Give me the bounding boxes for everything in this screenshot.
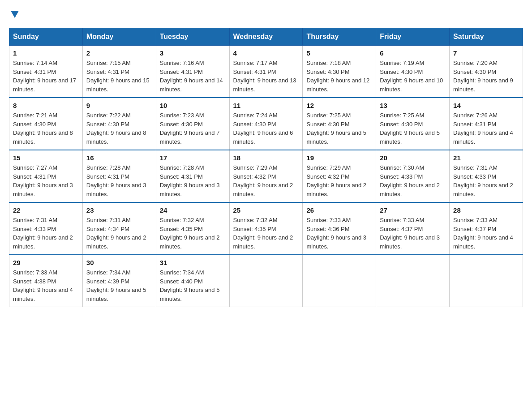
calendar-cell: 14Sunrise: 7:26 AMSunset: 4:31 PMDayligh…: [450, 98, 523, 150]
day-number: 29: [13, 259, 79, 266]
calendar-cell: 13Sunrise: 7:25 AMSunset: 4:30 PMDayligh…: [376, 98, 450, 150]
day-info: Sunrise: 7:31 AMSunset: 4:34 PMDaylight:…: [86, 216, 152, 251]
calendar-cell: [229, 255, 303, 307]
calendar-cell: 6Sunrise: 7:19 AMSunset: 4:30 PMDaylight…: [376, 46, 450, 98]
day-info: Sunrise: 7:34 AMSunset: 4:39 PMDaylight:…: [86, 268, 152, 303]
day-number: 12: [306, 102, 372, 109]
day-info: Sunrise: 7:16 AMSunset: 4:31 PMDaylight:…: [160, 59, 226, 94]
day-number: 3: [160, 49, 226, 57]
day-header-wednesday: Wednesday: [229, 28, 303, 46]
calendar-header-row: SundayMondayTuesdayWednesdayThursdayFrid…: [9, 28, 523, 46]
calendar-cell: 5Sunrise: 7:18 AMSunset: 4:30 PMDaylight…: [303, 46, 376, 98]
day-number: 23: [86, 206, 152, 214]
logo-triangle-icon: [10, 9, 20, 19]
calendar-cell: 7Sunrise: 7:20 AMSunset: 4:30 PMDaylight…: [450, 46, 523, 98]
day-info: Sunrise: 7:20 AMSunset: 4:30 PMDaylight:…: [453, 59, 519, 94]
day-info: Sunrise: 7:29 AMSunset: 4:32 PMDaylight:…: [233, 163, 299, 198]
day-number: 5: [306, 49, 372, 57]
day-info: Sunrise: 7:27 AMSunset: 4:31 PMDaylight:…: [13, 163, 79, 198]
calendar-cell: 24Sunrise: 7:32 AMSunset: 4:35 PMDayligh…: [156, 202, 229, 255]
calendar-cell: 25Sunrise: 7:32 AMSunset: 4:35 PMDayligh…: [229, 202, 303, 255]
day-info: Sunrise: 7:33 AMSunset: 4:37 PMDaylight:…: [380, 216, 446, 251]
day-number: 31: [160, 259, 226, 266]
calendar-cell: 2Sunrise: 7:15 AMSunset: 4:31 PMDaylight…: [82, 46, 156, 98]
day-header-monday: Monday: [82, 28, 156, 46]
day-number: 15: [13, 154, 79, 162]
calendar-week-row: 1Sunrise: 7:14 AMSunset: 4:31 PMDaylight…: [9, 46, 523, 98]
day-number: 21: [453, 154, 519, 162]
calendar-cell: 11Sunrise: 7:24 AMSunset: 4:30 PMDayligh…: [229, 98, 303, 150]
day-number: 16: [86, 154, 152, 162]
day-info: Sunrise: 7:31 AMSunset: 4:33 PMDaylight:…: [13, 216, 79, 251]
calendar-cell: 30Sunrise: 7:34 AMSunset: 4:39 PMDayligh…: [82, 255, 156, 307]
calendar-week-row: 29Sunrise: 7:33 AMSunset: 4:38 PMDayligh…: [9, 255, 523, 307]
day-number: 24: [160, 206, 226, 214]
calendar-cell: [450, 255, 523, 307]
calendar-cell: 21Sunrise: 7:31 AMSunset: 4:33 PMDayligh…: [450, 150, 523, 202]
day-header-friday: Friday: [376, 28, 450, 46]
day-info: Sunrise: 7:14 AMSunset: 4:31 PMDaylight:…: [13, 59, 79, 94]
calendar-cell: 29Sunrise: 7:33 AMSunset: 4:38 PMDayligh…: [9, 255, 83, 307]
day-header-tuesday: Tuesday: [156, 28, 229, 46]
calendar-cell: 12Sunrise: 7:25 AMSunset: 4:30 PMDayligh…: [303, 98, 376, 150]
day-number: 19: [306, 154, 372, 162]
calendar-week-row: 8Sunrise: 7:21 AMSunset: 4:30 PMDaylight…: [9, 98, 523, 150]
day-info: Sunrise: 7:19 AMSunset: 4:30 PMDaylight:…: [380, 59, 446, 94]
day-header-sunday: Sunday: [9, 28, 83, 46]
day-info: Sunrise: 7:23 AMSunset: 4:30 PMDaylight:…: [160, 111, 226, 146]
day-number: 27: [380, 206, 446, 214]
day-info: Sunrise: 7:34 AMSunset: 4:40 PMDaylight:…: [160, 268, 226, 303]
day-info: Sunrise: 7:22 AMSunset: 4:30 PMDaylight:…: [86, 111, 152, 146]
day-info: Sunrise: 7:25 AMSunset: 4:30 PMDaylight:…: [306, 111, 372, 146]
svg-marker-0: [11, 11, 19, 18]
day-info: Sunrise: 7:30 AMSunset: 4:33 PMDaylight:…: [380, 163, 446, 198]
calendar-cell: 26Sunrise: 7:33 AMSunset: 4:36 PMDayligh…: [303, 202, 376, 255]
day-info: Sunrise: 7:24 AMSunset: 4:30 PMDaylight:…: [233, 111, 299, 146]
calendar-cell: 9Sunrise: 7:22 AMSunset: 4:30 PMDaylight…: [82, 98, 156, 150]
day-info: Sunrise: 7:26 AMSunset: 4:31 PMDaylight:…: [453, 111, 519, 146]
calendar-week-row: 22Sunrise: 7:31 AMSunset: 4:33 PMDayligh…: [9, 202, 523, 255]
calendar-week-row: 15Sunrise: 7:27 AMSunset: 4:31 PMDayligh…: [9, 150, 523, 202]
calendar-cell: 3Sunrise: 7:16 AMSunset: 4:31 PMDaylight…: [156, 46, 229, 98]
day-number: 8: [13, 102, 79, 109]
day-number: 26: [306, 206, 372, 214]
day-info: Sunrise: 7:33 AMSunset: 4:37 PMDaylight:…: [453, 216, 519, 251]
calendar-cell: 4Sunrise: 7:17 AMSunset: 4:31 PMDaylight…: [229, 46, 303, 98]
day-info: Sunrise: 7:32 AMSunset: 4:35 PMDaylight:…: [233, 216, 299, 251]
calendar-table: SundayMondayTuesdayWednesdayThursdayFrid…: [9, 28, 523, 307]
day-info: Sunrise: 7:25 AMSunset: 4:30 PMDaylight:…: [380, 111, 446, 146]
logo: [9, 9, 20, 19]
day-number: 4: [233, 49, 299, 57]
day-info: Sunrise: 7:33 AMSunset: 4:38 PMDaylight:…: [13, 268, 79, 303]
calendar-cell: 31Sunrise: 7:34 AMSunset: 4:40 PMDayligh…: [156, 255, 229, 307]
day-info: Sunrise: 7:32 AMSunset: 4:35 PMDaylight:…: [160, 216, 226, 251]
day-number: 14: [453, 102, 519, 109]
calendar-cell: [376, 255, 450, 307]
calendar-cell: 27Sunrise: 7:33 AMSunset: 4:37 PMDayligh…: [376, 202, 450, 255]
day-number: 17: [160, 154, 226, 162]
calendar-cell: 18Sunrise: 7:29 AMSunset: 4:32 PMDayligh…: [229, 150, 303, 202]
calendar-cell: 20Sunrise: 7:30 AMSunset: 4:33 PMDayligh…: [376, 150, 450, 202]
day-number: 1: [13, 49, 79, 57]
day-info: Sunrise: 7:21 AMSunset: 4:30 PMDaylight:…: [13, 111, 79, 146]
page-header: [9, 9, 523, 19]
day-info: Sunrise: 7:18 AMSunset: 4:30 PMDaylight:…: [306, 59, 372, 94]
day-number: 22: [13, 206, 79, 214]
calendar-cell: 19Sunrise: 7:29 AMSunset: 4:32 PMDayligh…: [303, 150, 376, 202]
calendar-cell: 17Sunrise: 7:28 AMSunset: 4:31 PMDayligh…: [156, 150, 229, 202]
calendar-cell: [303, 255, 376, 307]
day-number: 18: [233, 154, 299, 162]
day-info: Sunrise: 7:17 AMSunset: 4:31 PMDaylight:…: [233, 59, 299, 94]
day-header-thursday: Thursday: [303, 28, 376, 46]
day-number: 2: [86, 49, 152, 57]
day-number: 7: [453, 49, 519, 57]
day-header-saturday: Saturday: [450, 28, 523, 46]
day-number: 20: [380, 154, 446, 162]
day-number: 10: [160, 102, 226, 109]
day-number: 28: [453, 206, 519, 214]
day-number: 30: [86, 259, 152, 266]
calendar-cell: 15Sunrise: 7:27 AMSunset: 4:31 PMDayligh…: [9, 150, 83, 202]
day-info: Sunrise: 7:31 AMSunset: 4:33 PMDaylight:…: [453, 163, 519, 198]
calendar-cell: 16Sunrise: 7:28 AMSunset: 4:31 PMDayligh…: [82, 150, 156, 202]
calendar-cell: 10Sunrise: 7:23 AMSunset: 4:30 PMDayligh…: [156, 98, 229, 150]
